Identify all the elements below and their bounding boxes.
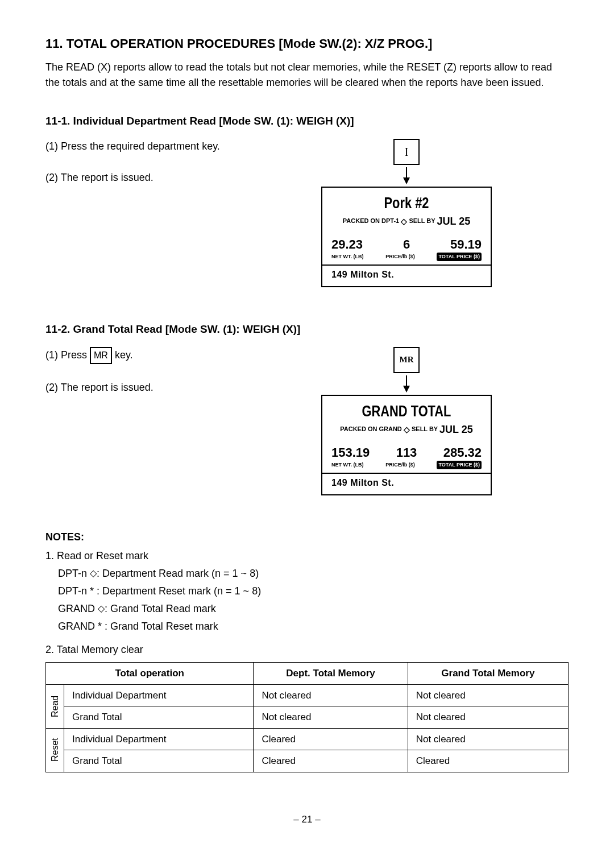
receipt-values: 29.23 6 59.19: [328, 235, 485, 254]
label-net-wt: NET WT. (LB): [331, 253, 364, 261]
step-marker: (2): [45, 172, 61, 183]
receipt-diagram-grand: MR GRAND TOTAL PACKED ON GRAND ◇ SELL BY…: [321, 347, 492, 496]
receipt-dept: Pork #2 PACKED ON DPT-1 ◇ SELL BY JUL 25…: [321, 187, 492, 288]
col-total-operation: Total operation: [46, 663, 254, 685]
note-1a: DPT-n ◇: Department Read mark (n = 1 ~ 8…: [45, 566, 569, 581]
receipt-title: GRAND TOTAL: [345, 399, 467, 423]
step-1: (1) Press the required department key.: [45, 139, 233, 154]
cell-grand: Not cleared: [408, 706, 568, 729]
note-1d: GRAND * : Grand Total Reset mark: [45, 619, 569, 634]
label-dept: GRAND: [379, 425, 401, 432]
cell-dept: Not cleared: [254, 684, 408, 706]
label-packed-on: PACKED ON: [343, 217, 380, 224]
table-row: Grand Total Cleared Cleared: [46, 750, 569, 772]
notes-heading: NOTES:: [45, 530, 569, 545]
vheader-reset: Reset: [46, 728, 64, 772]
subsection-heading: 11-2. Grand Total Read [Mode SW. (1): WE…: [45, 321, 569, 338]
dept-key-icon: I: [393, 139, 420, 165]
step-text: Press the required department key.: [61, 140, 220, 152]
label-net-wt: NET WT. (LB): [331, 461, 364, 469]
note-2: 2. Tatal Memory clear: [45, 642, 569, 658]
step-text-pre: Press: [61, 349, 90, 360]
receipt-address: 149 Milton St.: [328, 474, 485, 490]
arrow-down-icon: [403, 177, 410, 184]
receipt-subrow: PACKED ON DPT-1 ◇ SELL BY JUL 25: [328, 214, 485, 229]
subsection-11-2: 11-2. Grand Total Read [Mode SW. (1): WE…: [45, 321, 569, 495]
memory-clear-table: Total operation Dept. Total Memory Grand…: [45, 662, 569, 772]
receipt-grand: GRAND TOTAL PACKED ON GRAND ◇ SELL BY JU…: [321, 395, 492, 496]
step-text: The report is issued.: [61, 172, 154, 183]
subsection-heading: 11-1. Individual Department Read [Mode S…: [45, 113, 569, 130]
diamond-icon: ◇: [401, 217, 407, 226]
label-price-lb: PRICE/lb ($): [385, 253, 415, 261]
cell-op: Grand Total: [64, 750, 254, 772]
cell-grand: Not cleared: [408, 684, 568, 706]
step-marker: (1): [45, 349, 61, 360]
step-marker: (2): [45, 382, 61, 393]
step-2: (2) The report is issued.: [45, 170, 233, 185]
label-total-price: TOTAL PRICE ($): [437, 461, 482, 470]
label-sell-by: SELL BY: [412, 425, 438, 432]
note-1a-post: : Department Read mark (n = 1 ~ 8): [97, 568, 259, 579]
receipt-values: 153.19 113 285.32: [328, 443, 485, 462]
value-weight: 153.19: [331, 443, 370, 462]
diamond-icon: ◇: [404, 425, 410, 434]
receipt-title: Pork #2: [345, 191, 467, 215]
note-1c-post: : Grand Total Read mark: [105, 603, 216, 614]
table-row: Grand Total Not cleared Not cleared: [46, 706, 569, 729]
col-grand-memory: Grand Total Memory: [408, 663, 568, 685]
step-text-post: key.: [112, 349, 133, 360]
receipt-labels: NET WT. (LB) PRICE/lb ($) TOTAL PRICE ($…: [328, 461, 485, 470]
value-count: 113: [396, 443, 417, 462]
receipt-subrow: PACKED ON GRAND ◇ SELL BY JUL 25: [328, 422, 485, 437]
note-1: 1. Read or Reset mark: [45, 548, 569, 564]
vheader-read: Read: [46, 684, 64, 728]
arrow-stem-icon: [406, 167, 407, 177]
label-sell-by: SELL BY: [409, 217, 435, 224]
col-dept-memory: Dept. Total Memory: [254, 663, 408, 685]
note-1c-pre: GRAND: [58, 603, 98, 614]
note-1a-pre: DPT-n: [58, 568, 90, 579]
diamond-icon: ◇: [98, 602, 105, 615]
step-1: (1) Press MR key.: [45, 347, 233, 364]
label-dept: DPT-1: [381, 217, 399, 224]
table-header-row: Total operation Dept. Total Memory Grand…: [46, 663, 569, 685]
receipt-diagram-dept: I Pork #2 PACKED ON DPT-1 ◇ SELL BY JUL …: [321, 139, 492, 288]
label-price-lb: PRICE/lb ($): [385, 461, 415, 469]
value-price: 285.32: [443, 443, 482, 462]
step-2: (2) The report is issued.: [45, 380, 233, 395]
cell-dept: Cleared: [254, 750, 408, 772]
note-1b: DPT-n * : Department Reset mark (n = 1 ~…: [45, 584, 569, 599]
cell-dept: Cleared: [254, 728, 408, 750]
receipt-labels: NET WT. (LB) PRICE/lb ($) TOTAL PRICE ($…: [328, 253, 485, 262]
value-weight: 29.23: [331, 235, 363, 254]
intro-paragraph: The READ (X) reports allow to read the t…: [45, 60, 569, 90]
label-total-price: TOTAL PRICE ($): [437, 253, 482, 262]
cell-op: Individual Department: [64, 684, 254, 706]
mr-key-inline: MR: [90, 347, 112, 364]
value-price: 59.19: [450, 235, 482, 254]
arrow-stem-icon: [406, 375, 407, 386]
cell-grand: Cleared: [408, 750, 568, 772]
value-count: 6: [403, 235, 410, 254]
subsection-11-1: 11-1. Individual Department Read [Mode S…: [45, 113, 569, 287]
cell-dept: Not cleared: [254, 706, 408, 729]
diamond-icon: ◇: [90, 567, 97, 580]
cell-op: Individual Department: [64, 728, 254, 750]
table-row: Reset Individual Department Cleared Not …: [46, 728, 569, 750]
step-marker: (1): [45, 140, 61, 152]
receipt-date: JUL 25: [439, 424, 473, 435]
mr-key-icon: MR: [393, 347, 420, 373]
receipt-date: JUL 25: [437, 216, 471, 227]
arrow-down-icon: [403, 386, 410, 392]
table-row: Read Individual Department Not cleared N…: [46, 684, 569, 706]
section-heading: 11. TOTAL OPERATION PROCEDURES [Mode SW.…: [45, 34, 569, 53]
receipt-address: 149 Milton St.: [328, 266, 485, 282]
step-text: The report is issued.: [61, 382, 154, 393]
notes-section: NOTES: 1. Read or Reset mark DPT-n ◇: De…: [45, 530, 569, 772]
note-1c: GRAND ◇: Grand Total Read mark: [45, 601, 569, 617]
page-number: – 21 –: [45, 812, 569, 827]
cell-op: Grand Total: [64, 706, 254, 729]
label-packed-on: PACKED ON: [340, 425, 377, 432]
cell-grand: Not cleared: [408, 728, 568, 750]
